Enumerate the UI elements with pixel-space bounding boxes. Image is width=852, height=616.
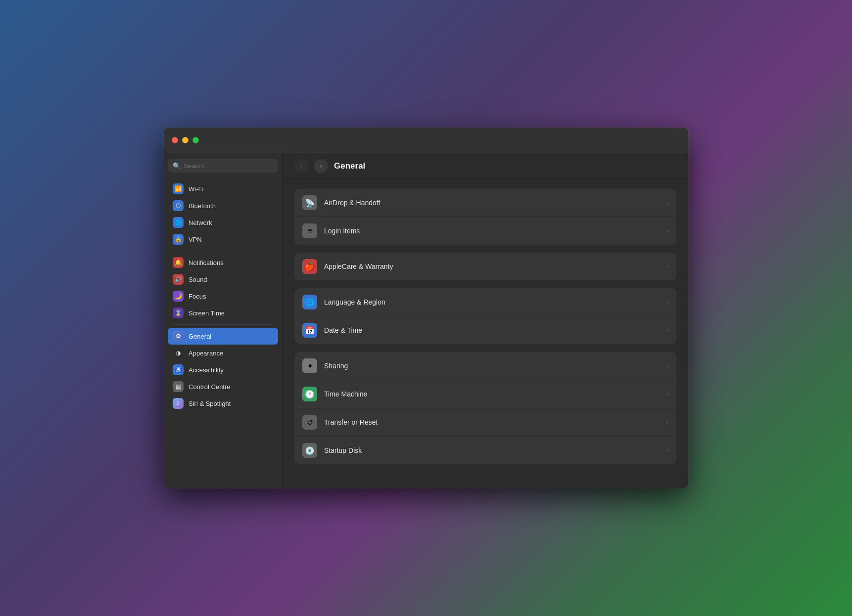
sections-container: 📡AirDrop & Handoff›≡Login Items›🍎AppleCa… [294, 189, 676, 464]
sidebar-item-label: Appearance [189, 350, 223, 357]
sidebar-item-appearance[interactable]: ◑Appearance [168, 345, 278, 361]
system-settings-window: 🔍 📶Wi-Fi⬡Bluetooth🌐Network🔒VPN🔔Notificat… [164, 128, 688, 488]
search-input[interactable] [184, 162, 273, 170]
accessibility-icon: ♿ [173, 364, 184, 375]
chevron-right-icon: › [666, 199, 668, 206]
sidebar-item-notifications[interactable]: 🔔Notifications [168, 254, 278, 271]
sidebar-item-label: Accessibility [189, 366, 224, 374]
loginitems-icon: ≡ [302, 223, 317, 238]
search-bar[interactable]: 🔍 [168, 159, 278, 173]
sharing-icon: ✦ [302, 358, 317, 373]
minimize-button[interactable] [182, 137, 189, 143]
main-content: ‹ › General 📡AirDrop & Handoff›≡Login It… [283, 153, 688, 488]
chevron-right-icon: › [666, 327, 668, 334]
controlcentre-icon: ▦ [173, 381, 184, 392]
maximize-button[interactable] [192, 137, 199, 143]
main-header: ‹ › General [283, 153, 688, 179]
sidebar-divider [173, 324, 273, 325]
pref-label-loginitems: Login Items [324, 227, 660, 235]
pref-item-sharing[interactable]: ✦Sharing› [294, 352, 676, 380]
pref-item-timemachine[interactable]: 🕐Time Machine› [294, 380, 676, 408]
sidebar-item-sound[interactable]: 🔊Sound [168, 271, 278, 288]
pref-item-applecare[interactable]: 🍎AppleCare & Warranty› [294, 253, 676, 280]
pref-item-datetime[interactable]: 📅Date & Time› [294, 316, 676, 344]
sidebar-item-label: Network [189, 219, 212, 226]
screentime-icon: ⌛ [173, 308, 184, 318]
sidebar-item-focus[interactable]: 🌙Focus [168, 288, 278, 305]
pref-label-datetime: Date & Time [324, 326, 660, 334]
sidebar-item-label: Control Centre [189, 383, 231, 391]
sound-icon: 🔊 [173, 274, 184, 285]
sidebar-item-label: Sound [189, 276, 207, 283]
timemachine-icon: 🕐 [302, 387, 317, 401]
sidebar-item-accessibility[interactable]: ♿Accessibility [168, 361, 278, 378]
forward-button[interactable]: › [314, 159, 328, 173]
general-icon: ⚙ [173, 331, 184, 342]
sidebar-item-label: Focus [189, 293, 206, 300]
settings-section-section2: 🍎AppleCare & Warranty› [294, 253, 676, 280]
pref-item-airdrop[interactable]: 📡AirDrop & Handoff› [294, 189, 676, 217]
bluetooth-icon: ⬡ [173, 200, 184, 211]
page-title: General [334, 161, 365, 171]
sidebar-item-label: Siri & Spotlight [189, 400, 231, 407]
sidebar-item-label: Notifications [189, 259, 224, 266]
pref-item-language[interactable]: 🌐Language & Region› [294, 288, 676, 316]
chevron-right-icon: › [666, 362, 668, 369]
pref-item-loginitems[interactable]: ≡Login Items› [294, 217, 676, 245]
sidebar-item-label: Screen Time [189, 309, 225, 317]
pref-item-transferreset[interactable]: ↺Transfer or Reset› [294, 408, 676, 437]
pref-item-startupdisk[interactable]: 💽Startup Disk› [294, 437, 676, 464]
sidebar-item-siri[interactable]: 🎙Siri & Spotlight [168, 395, 278, 412]
sidebar-divider [173, 251, 273, 251]
network-icon: 🌐 [173, 217, 184, 228]
startupdisk-icon: 💽 [302, 443, 317, 458]
wifi-icon: 📶 [173, 183, 184, 194]
sidebar-item-controlcentre[interactable]: ▦Control Centre [168, 378, 278, 395]
close-button[interactable] [172, 137, 178, 143]
sidebar-item-general[interactable]: ⚙General [168, 328, 278, 345]
settings-section-section3: 🌐Language & Region›📅Date & Time› [294, 288, 676, 344]
pref-label-language: Language & Region [324, 298, 660, 306]
sidebar-item-vpn[interactable]: 🔒VPN [168, 231, 278, 248]
airdrop-icon: 📡 [302, 195, 317, 210]
back-button[interactable]: ‹ [294, 159, 308, 173]
chevron-right-icon: › [666, 447, 668, 454]
transferreset-icon: ↺ [302, 415, 317, 430]
applecare-icon: 🍎 [302, 259, 317, 274]
pref-label-timemachine: Time Machine [324, 390, 660, 398]
sidebar-items: 📶Wi-Fi⬡Bluetooth🌐Network🔒VPN🔔Notificatio… [168, 180, 278, 412]
main-body: 📡AirDrop & Handoff›≡Login Items›🍎AppleCa… [283, 179, 688, 488]
chevron-right-icon: › [666, 299, 668, 306]
settings-section-section4: ✦Sharing›🕐Time Machine›↺Transfer or Rese… [294, 352, 676, 464]
appearance-icon: ◑ [173, 348, 184, 358]
pref-label-startupdisk: Startup Disk [324, 446, 660, 454]
titlebar [164, 128, 688, 153]
sidebar-item-label: VPN [189, 236, 202, 243]
settings-section-section1: 📡AirDrop & Handoff›≡Login Items› [294, 189, 676, 245]
pref-label-transferreset: Transfer or Reset [324, 418, 660, 426]
sidebar-item-label: General [189, 333, 211, 340]
sidebar-item-label: Wi-Fi [189, 185, 203, 193]
notifications-icon: 🔔 [173, 257, 184, 268]
focus-icon: 🌙 [173, 291, 184, 302]
chevron-right-icon: › [666, 227, 668, 234]
pref-label-applecare: AppleCare & Warranty [324, 263, 660, 270]
search-icon: 🔍 [173, 162, 181, 170]
language-icon: 🌐 [302, 295, 317, 309]
siri-icon: 🎙 [173, 398, 184, 409]
window-content: 🔍 📶Wi-Fi⬡Bluetooth🌐Network🔒VPN🔔Notificat… [164, 153, 688, 488]
sidebar-item-wifi[interactable]: 📶Wi-Fi [168, 180, 278, 197]
pref-label-airdrop: AirDrop & Handoff [324, 199, 660, 207]
chevron-right-icon: › [666, 391, 668, 397]
chevron-right-icon: › [666, 263, 668, 270]
sidebar-item-bluetooth[interactable]: ⬡Bluetooth [168, 197, 278, 214]
pref-label-sharing: Sharing [324, 362, 660, 370]
sidebar-item-label: Bluetooth [189, 202, 216, 210]
sidebar-item-network[interactable]: 🌐Network [168, 214, 278, 231]
sidebar: 🔍 📶Wi-Fi⬡Bluetooth🌐Network🔒VPN🔔Notificat… [164, 153, 283, 488]
chevron-right-icon: › [666, 419, 668, 426]
vpn-icon: 🔒 [173, 234, 184, 245]
sidebar-item-screentime[interactable]: ⌛Screen Time [168, 305, 278, 321]
datetime-icon: 📅 [302, 323, 317, 338]
